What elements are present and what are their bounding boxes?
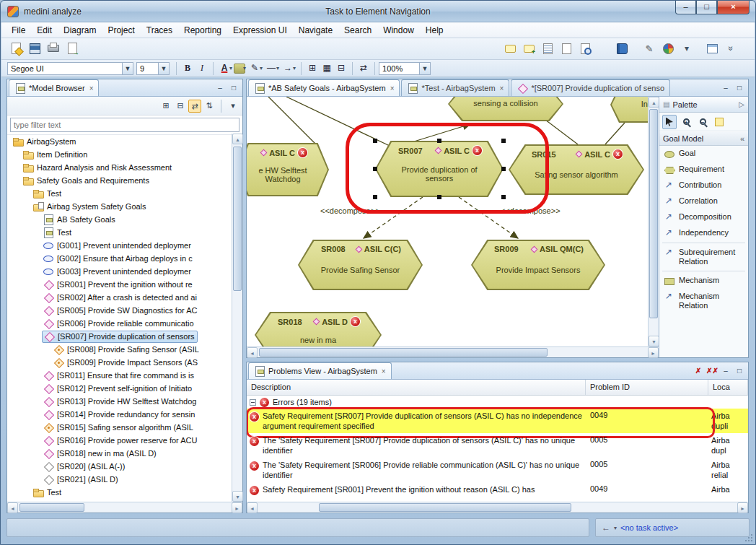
palette-collapse-icon[interactable]: ▷ (739, 100, 744, 108)
scroll-left-icon[interactable]: ◄ (247, 347, 258, 358)
menu-traces[interactable]: Traces (141, 24, 178, 37)
font-name-dropdown-icon[interactable]: ▼ (122, 63, 133, 74)
snap-grid-icon[interactable]: ⇄ (356, 61, 371, 75)
goal-node-sr018[interactable]: SR018ASIL Dxnew in ma (255, 312, 382, 346)
search-page-icon[interactable] (578, 41, 592, 56)
editor-tab[interactable]: *Test - AirbagSystem× (401, 79, 509, 96)
zoom-combo[interactable]: 100% ▼ (379, 62, 431, 75)
font-color-dropdown-icon[interactable]: ▾ (229, 65, 232, 71)
problems-group-row[interactable]: x Errors (19 items) (247, 396, 748, 409)
goal-node-sr015[interactable]: SR015ASIL CxSafing sensor algorithm (509, 144, 644, 195)
distribute-icon[interactable]: ⊟ (334, 61, 348, 75)
canvas-vscroll-thumb[interactable] (649, 109, 658, 318)
minimize-view-icon[interactable]: – (720, 365, 731, 377)
tree-item[interactable]: Hazard Analysis and Risk Assessment (7, 161, 232, 174)
tree-item[interactable]: [SR008] Provide Safing Sensor (ASIL (7, 343, 232, 356)
fill-color-dropdown-icon[interactable]: ▾ (243, 65, 246, 71)
scroll-down-icon[interactable]: ▼ (649, 336, 659, 346)
arrow-style-dropdown-icon[interactable]: ▾ (293, 65, 296, 71)
close-tab-icon[interactable]: × (390, 84, 395, 92)
selection-handle[interactable] (501, 167, 506, 171)
tree-item[interactable]: [SR021] (ASIL D) (7, 473, 232, 486)
problems-horizontal-scrollbar[interactable]: ◄ ► (247, 502, 748, 513)
tree-item[interactable]: Airbag System Safety Goals (7, 200, 232, 213)
editor-tab[interactable]: *[SR007] Provide duplication of senso (511, 79, 670, 96)
selection-handle[interactable] (373, 195, 377, 199)
selection-handle[interactable] (373, 139, 377, 143)
column-header-problem-id[interactable]: Problem ID (586, 380, 708, 395)
goal-node-sr007[interactable]: SR007ASIL CxProvide duplication of senso… (375, 141, 504, 197)
tree-item[interactable]: Test (7, 486, 232, 499)
maximize-button[interactable]: □ (696, 1, 717, 14)
filter-input[interactable] (10, 118, 239, 132)
tree-item[interactable]: Safety Goals and Requirements (7, 174, 232, 187)
scroll-left-icon[interactable]: ◄ (247, 502, 258, 513)
tree-horizontal-scrollbar[interactable]: ◄ ► (7, 502, 242, 513)
goal-node-init[interactable]: Init (610, 97, 648, 123)
expand-all-icon[interactable]: ⊞ (159, 100, 172, 113)
menu-project[interactable]: Project (102, 24, 140, 37)
palette-item-correlation[interactable]: Correlation (659, 193, 748, 209)
minimize-view-icon[interactable]: – (214, 82, 226, 94)
menu-edit[interactable]: Edit (31, 24, 58, 37)
palette-item-requirement[interactable]: Requirement (659, 162, 748, 178)
scroll-up-icon[interactable]: ▲ (232, 134, 243, 144)
canvas-horizontal-scrollbar[interactable]: ◄ ► (247, 346, 659, 357)
tree-item[interactable]: [SR001] Prevent the ignition without re (7, 278, 232, 291)
goal-node-sensing[interactable]: sensing a collision (448, 97, 563, 121)
line-width-dropdown-icon[interactable]: ▾ (276, 65, 279, 71)
scroll-left-icon[interactable]: ◄ (7, 502, 18, 513)
selection-handle[interactable] (373, 167, 377, 171)
palette-item-mechanism[interactable]: Mechanism (659, 273, 748, 289)
menu-search[interactable]: Search (338, 24, 377, 37)
tree-item[interactable]: [G003] Prevent unintended deploymer (7, 265, 232, 278)
zoom-out-tool-icon[interactable]: − (695, 115, 710, 129)
scroll-right-icon[interactable]: ► (232, 502, 242, 513)
zoom-in-tool-icon[interactable]: + (679, 115, 693, 129)
goal-node-sr008[interactable]: SR008ASIL C(C)Provide Safing Sensor (298, 240, 423, 290)
selection-handle[interactable] (501, 195, 506, 199)
minimize-button[interactable]: – (675, 1, 696, 14)
palette-header[interactable]: ▤ Palette ▷ (659, 97, 748, 113)
print-icon[interactable] (46, 41, 61, 56)
menu-window[interactable]: Window (377, 24, 420, 37)
selection-handle[interactable] (501, 139, 506, 143)
page-icon[interactable] (559, 41, 573, 56)
palette-section-collapse-icon[interactable]: « (740, 134, 744, 143)
scroll-up-icon[interactable]: ▲ (649, 97, 659, 108)
problem-row[interactable]: xSafety Requirement [SR001] Prevent the … (247, 482, 748, 497)
zoom-dropdown-icon[interactable]: ▼ (419, 63, 430, 74)
palette-item-goal[interactable]: Goal (659, 146, 748, 162)
canvas-vertical-scrollbar[interactable]: ▲ ▼ (648, 97, 659, 346)
column-header-loca[interactable]: Loca (708, 380, 748, 395)
close-view-icon[interactable]: × (89, 84, 94, 92)
problems-hscroll-thumb[interactable] (319, 503, 571, 512)
italic-button[interactable]: I (195, 61, 209, 75)
new-wizard-icon[interactable] (9, 41, 23, 56)
delete-all-markers-icon[interactable]: ✗✗ (706, 365, 718, 377)
palette-item-mechanism-relation[interactable]: Mechanism Relation (659, 289, 748, 313)
tree-item[interactable]: [SR014] Provide redundancy for sensin (7, 408, 232, 421)
align-icon[interactable]: ▦ (320, 61, 334, 75)
editor-tab[interactable]: *AB Safety Goals - AirbagSystem× (248, 79, 400, 96)
palette-colors-icon[interactable] (661, 41, 675, 56)
menu-file[interactable]: File (6, 24, 31, 37)
model-browser-tab[interactable]: *Model Browser × (9, 79, 99, 96)
tree-item[interactable]: [SR015] Safing sensor algorithm (ASIL (7, 421, 232, 434)
tree-item[interactable]: [SR005] Provide SW Diagnostics for AC (7, 304, 232, 317)
tree-item[interactable]: [SR016] Provide power reserve for ACU (7, 434, 232, 447)
problem-row[interactable]: xSafety Requirement [SR007] Provide dupl… (247, 409, 748, 433)
tree-item[interactable]: [SR018] new in ma (ASIL D) (7, 447, 232, 460)
menu-expression-ui[interactable]: Expression UI (227, 24, 293, 37)
tree-item[interactable]: [SR002] After a crash is detected and ai (7, 291, 232, 304)
export-icon[interactable] (65, 41, 79, 56)
diagram-canvas[interactable]: sensing a collisionInitASIL Cxe HW Selft… (247, 97, 648, 346)
tree-hscroll-thumb[interactable] (19, 503, 84, 512)
link-with-editor-icon[interactable]: ⇄ (188, 100, 201, 113)
scroll-down-icon[interactable]: ▼ (232, 491, 243, 502)
checklist-icon[interactable] (540, 41, 555, 56)
pencil-icon[interactable] (642, 41, 656, 56)
scroll-right-icon[interactable]: ► (737, 502, 748, 513)
menu-help[interactable]: Help (420, 24, 449, 37)
column-header-description[interactable]: Description (247, 380, 586, 395)
